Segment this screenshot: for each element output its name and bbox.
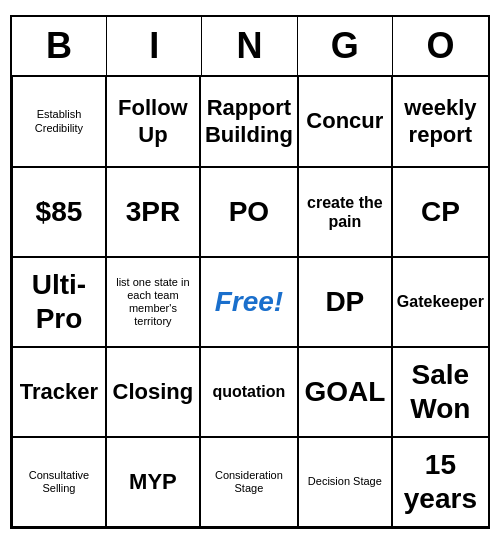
cell-text: Rapport Building	[205, 95, 293, 148]
bingo-cell: Free!	[200, 257, 298, 347]
cell-text: Sale Won	[397, 358, 484, 425]
bingo-cell: PO	[200, 167, 298, 257]
header-letter: N	[202, 17, 297, 75]
bingo-grid: Establish CredibilityFollow UpRapport Bu…	[12, 77, 488, 527]
bingo-cell: Ulti-Pro	[12, 257, 106, 347]
cell-text: Consideration Stage	[205, 469, 293, 495]
cell-text: quotation	[212, 382, 285, 401]
cell-text: Closing	[113, 379, 194, 405]
cell-text: create the pain	[303, 193, 387, 231]
header-letter: B	[12, 17, 107, 75]
bingo-header: BINGO	[12, 17, 488, 77]
bingo-cell: 15 years	[392, 437, 488, 527]
bingo-cell: quotation	[200, 347, 298, 437]
cell-text: MYP	[129, 469, 177, 495]
bingo-cell: MYP	[106, 437, 200, 527]
bingo-cell: Sale Won	[392, 347, 488, 437]
cell-text: 3PR	[126, 195, 180, 229]
cell-text: Free!	[215, 285, 283, 319]
cell-text: Decision Stage	[308, 475, 382, 488]
bingo-card: BINGO Establish CredibilityFollow UpRapp…	[10, 15, 490, 529]
bingo-cell: Follow Up	[106, 77, 200, 167]
bingo-cell: create the pain	[298, 167, 392, 257]
header-letter: O	[393, 17, 488, 75]
bingo-cell: 3PR	[106, 167, 200, 257]
cell-text: Consultative Selling	[17, 469, 101, 495]
bingo-cell: Decision Stage	[298, 437, 392, 527]
cell-text: Concur	[306, 108, 383, 134]
cell-text: Establish Credibility	[17, 108, 101, 134]
cell-text: weekly report	[397, 95, 484, 148]
bingo-cell: Consultative Selling	[12, 437, 106, 527]
cell-text: Tracker	[20, 379, 98, 405]
cell-text: GOAL	[304, 375, 385, 409]
header-letter: G	[298, 17, 393, 75]
cell-text: $85	[36, 195, 83, 229]
cell-text: 15 years	[397, 448, 484, 515]
cell-text: Follow Up	[111, 95, 195, 148]
bingo-cell: $85	[12, 167, 106, 257]
bingo-cell: Establish Credibility	[12, 77, 106, 167]
bingo-cell: Concur	[298, 77, 392, 167]
bingo-cell: DP	[298, 257, 392, 347]
cell-text: Ulti-Pro	[17, 268, 101, 335]
cell-text: CP	[421, 195, 460, 229]
bingo-cell: CP	[392, 167, 488, 257]
cell-text: Gatekeeper	[397, 292, 484, 311]
cell-text: list one state in each team member's ter…	[111, 276, 195, 329]
cell-text: DP	[325, 285, 364, 319]
bingo-cell: weekly report	[392, 77, 488, 167]
bingo-cell: Gatekeeper	[392, 257, 488, 347]
cell-text: PO	[229, 195, 269, 229]
bingo-cell: Tracker	[12, 347, 106, 437]
header-letter: I	[107, 17, 202, 75]
bingo-cell: Closing	[106, 347, 200, 437]
bingo-cell: GOAL	[298, 347, 392, 437]
bingo-cell: Consideration Stage	[200, 437, 298, 527]
bingo-cell: Rapport Building	[200, 77, 298, 167]
bingo-cell: list one state in each team member's ter…	[106, 257, 200, 347]
